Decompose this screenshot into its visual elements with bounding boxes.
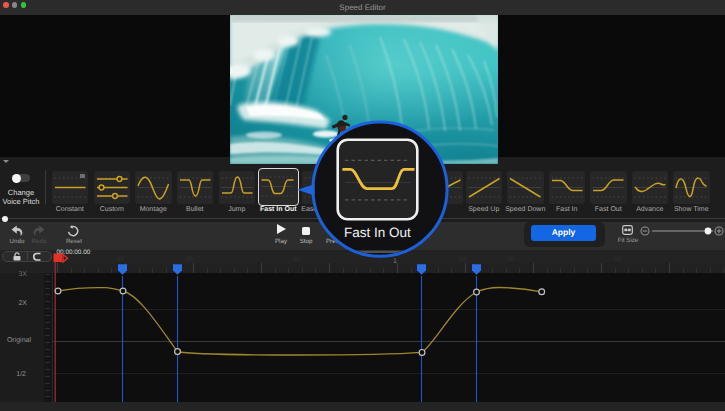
svg-text:02: 02 [117,256,125,263]
svg-text:02: 02 [459,256,467,263]
svg-text:00: 00 [614,256,622,263]
svg-text:00: 00 [186,256,194,263]
svg-text:00: 00 [507,256,515,263]
svg-text:Fast In Out: Fast In Out [344,225,411,240]
